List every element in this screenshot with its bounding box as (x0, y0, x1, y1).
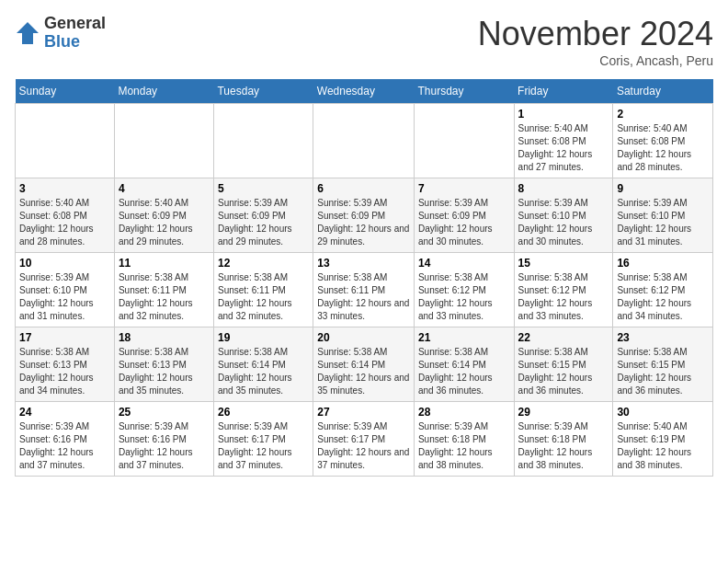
day-number: 18 (119, 331, 210, 344)
day-info: Sunrise: 5:38 AM Sunset: 6:14 PM Dayligh… (218, 346, 309, 397)
day-cell: 20Sunrise: 5:38 AM Sunset: 6:14 PM Dayli… (313, 327, 415, 402)
day-number: 21 (418, 331, 510, 344)
day-number: 24 (19, 406, 110, 419)
logo-blue: Blue (44, 33, 106, 52)
day-cell: 14Sunrise: 5:38 AM Sunset: 6:12 PM Dayli… (414, 253, 514, 327)
col-tuesday: Tuesday (213, 79, 313, 104)
day-cell (114, 104, 213, 178)
day-info: Sunrise: 5:39 AM Sunset: 6:09 PM Dayligh… (218, 197, 309, 248)
day-number: 2 (617, 108, 709, 121)
week-row-0: 1Sunrise: 5:40 AM Sunset: 6:08 PM Daylig… (16, 104, 713, 178)
day-cell (213, 104, 313, 178)
day-info: Sunrise: 5:38 AM Sunset: 6:12 PM Dayligh… (418, 271, 510, 323)
day-cell: 22Sunrise: 5:38 AM Sunset: 6:15 PM Dayli… (514, 327, 613, 402)
day-info: Sunrise: 5:39 AM Sunset: 6:09 PM Dayligh… (418, 197, 510, 248)
day-number: 13 (317, 257, 410, 270)
day-cell: 29Sunrise: 5:39 AM Sunset: 6:18 PM Dayli… (514, 402, 613, 477)
day-number: 27 (317, 406, 410, 419)
day-number: 14 (418, 257, 510, 270)
day-cell: 1Sunrise: 5:40 AM Sunset: 6:08 PM Daylig… (514, 104, 613, 178)
month-title: November 2024 (478, 15, 713, 53)
day-number: 26 (218, 406, 309, 419)
day-info: Sunrise: 5:39 AM Sunset: 6:16 PM Dayligh… (19, 420, 110, 472)
day-number: 19 (218, 331, 309, 344)
day-cell: 11Sunrise: 5:38 AM Sunset: 6:11 PM Dayli… (114, 253, 213, 327)
day-info: Sunrise: 5:38 AM Sunset: 6:15 PM Dayligh… (617, 346, 709, 397)
logo-icon (15, 20, 40, 46)
calendar: Sunday Monday Tuesday Wednesday Thursday… (15, 79, 713, 477)
day-number: 5 (218, 182, 309, 195)
day-info: Sunrise: 5:39 AM Sunset: 6:10 PM Dayligh… (518, 197, 609, 248)
col-saturday: Saturday (613, 79, 713, 104)
day-cell: 23Sunrise: 5:38 AM Sunset: 6:15 PM Dayli… (613, 327, 713, 402)
day-info: Sunrise: 5:38 AM Sunset: 6:13 PM Dayligh… (19, 346, 110, 397)
day-cell: 9Sunrise: 5:39 AM Sunset: 6:10 PM Daylig… (613, 178, 713, 253)
logo-general: General (44, 15, 106, 33)
day-info: Sunrise: 5:39 AM Sunset: 6:09 PM Dayligh… (317, 197, 410, 248)
day-number: 9 (617, 182, 709, 195)
day-number: 12 (218, 257, 309, 270)
day-cell (16, 104, 115, 178)
day-cell: 8Sunrise: 5:39 AM Sunset: 6:10 PM Daylig… (514, 178, 613, 253)
day-number: 20 (317, 331, 410, 344)
day-cell: 3Sunrise: 5:40 AM Sunset: 6:08 PM Daylig… (16, 178, 115, 253)
day-number: 23 (617, 331, 709, 344)
day-number: 25 (119, 406, 210, 419)
logo-text: General Blue (44, 15, 106, 52)
day-cell: 6Sunrise: 5:39 AM Sunset: 6:09 PM Daylig… (313, 178, 415, 253)
page-header: General Blue November 2024 Coris, Ancash… (15, 15, 713, 68)
day-cell: 4Sunrise: 5:40 AM Sunset: 6:09 PM Daylig… (114, 178, 213, 253)
day-number: 28 (418, 406, 510, 419)
header-row: Sunday Monday Tuesday Wednesday Thursday… (16, 79, 713, 104)
day-info: Sunrise: 5:39 AM Sunset: 6:10 PM Dayligh… (617, 197, 709, 248)
day-cell (313, 104, 415, 178)
day-number: 10 (19, 257, 110, 270)
day-cell: 17Sunrise: 5:38 AM Sunset: 6:13 PM Dayli… (16, 327, 115, 402)
day-info: Sunrise: 5:39 AM Sunset: 6:18 PM Dayligh… (418, 420, 510, 472)
col-friday: Friday (514, 79, 613, 104)
day-info: Sunrise: 5:40 AM Sunset: 6:09 PM Dayligh… (119, 197, 210, 248)
day-info: Sunrise: 5:39 AM Sunset: 6:10 PM Dayligh… (19, 271, 110, 323)
col-wednesday: Wednesday (313, 79, 415, 104)
day-cell: 25Sunrise: 5:39 AM Sunset: 6:16 PM Dayli… (114, 402, 213, 477)
day-cell: 7Sunrise: 5:39 AM Sunset: 6:09 PM Daylig… (414, 178, 514, 253)
day-cell: 16Sunrise: 5:38 AM Sunset: 6:12 PM Dayli… (613, 253, 713, 327)
day-number: 8 (518, 182, 609, 195)
day-info: Sunrise: 5:38 AM Sunset: 6:14 PM Dayligh… (317, 346, 410, 397)
day-cell: 19Sunrise: 5:38 AM Sunset: 6:14 PM Dayli… (213, 327, 313, 402)
day-cell: 24Sunrise: 5:39 AM Sunset: 6:16 PM Dayli… (16, 402, 115, 477)
day-number: 22 (518, 331, 609, 344)
day-number: 17 (19, 331, 110, 344)
day-cell: 18Sunrise: 5:38 AM Sunset: 6:13 PM Dayli… (114, 327, 213, 402)
day-number: 4 (119, 182, 210, 195)
day-info: Sunrise: 5:38 AM Sunset: 6:15 PM Dayligh… (518, 346, 609, 397)
day-info: Sunrise: 5:39 AM Sunset: 6:16 PM Dayligh… (119, 420, 210, 472)
day-info: Sunrise: 5:40 AM Sunset: 6:19 PM Dayligh… (617, 420, 709, 472)
day-number: 30 (617, 406, 709, 419)
day-number: 6 (317, 182, 410, 195)
svg-marker-0 (17, 22, 39, 44)
day-cell: 15Sunrise: 5:38 AM Sunset: 6:12 PM Dayli… (514, 253, 613, 327)
day-info: Sunrise: 5:40 AM Sunset: 6:08 PM Dayligh… (518, 122, 609, 174)
day-cell (414, 104, 514, 178)
day-number: 1 (518, 108, 609, 121)
day-info: Sunrise: 5:39 AM Sunset: 6:17 PM Dayligh… (317, 420, 410, 472)
col-thursday: Thursday (414, 79, 514, 104)
day-cell: 5Sunrise: 5:39 AM Sunset: 6:09 PM Daylig… (213, 178, 313, 253)
calendar-body: 1Sunrise: 5:40 AM Sunset: 6:08 PM Daylig… (16, 104, 713, 477)
day-number: 7 (418, 182, 510, 195)
week-row-3: 17Sunrise: 5:38 AM Sunset: 6:13 PM Dayli… (16, 327, 713, 402)
week-row-1: 3Sunrise: 5:40 AM Sunset: 6:08 PM Daylig… (16, 178, 713, 253)
title-area: November 2024 Coris, Ancash, Peru (478, 15, 713, 68)
day-info: Sunrise: 5:38 AM Sunset: 6:14 PM Dayligh… (418, 346, 510, 397)
day-cell: 12Sunrise: 5:38 AM Sunset: 6:11 PM Dayli… (213, 253, 313, 327)
col-sunday: Sunday (16, 79, 115, 104)
day-number: 11 (119, 257, 210, 270)
day-info: Sunrise: 5:40 AM Sunset: 6:08 PM Dayligh… (19, 197, 110, 248)
day-info: Sunrise: 5:38 AM Sunset: 6:13 PM Dayligh… (119, 346, 210, 397)
week-row-4: 24Sunrise: 5:39 AM Sunset: 6:16 PM Dayli… (16, 402, 713, 477)
day-number: 16 (617, 257, 709, 270)
day-cell: 10Sunrise: 5:39 AM Sunset: 6:10 PM Dayli… (16, 253, 115, 327)
day-info: Sunrise: 5:38 AM Sunset: 6:12 PM Dayligh… (518, 271, 609, 323)
day-cell: 28Sunrise: 5:39 AM Sunset: 6:18 PM Dayli… (414, 402, 514, 477)
